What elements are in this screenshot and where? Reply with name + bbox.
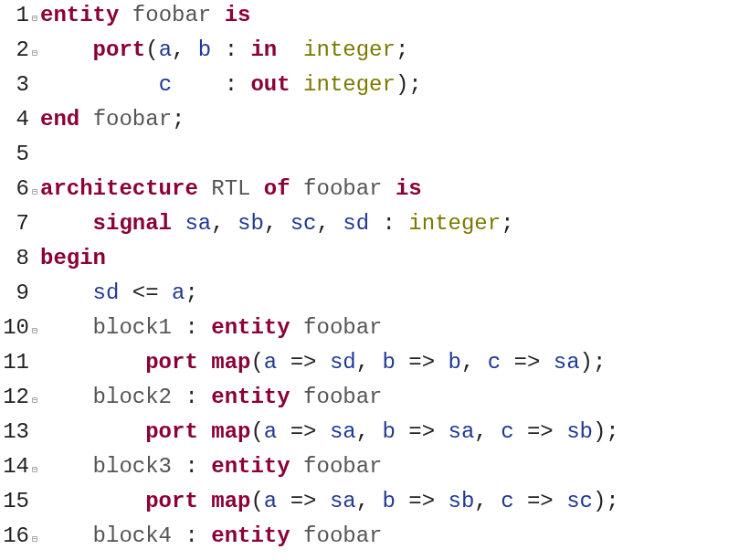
token: out [250,72,290,97]
token: a [172,280,185,305]
code-text: entity foobar is [40,0,250,31]
token [119,3,132,27]
token: block3 [93,454,172,479]
token: in [250,37,277,62]
fold-icon[interactable]: ⊟ [29,177,40,208]
token: foobar [303,385,382,409]
code-line: 12⊟ block2 : entity foobar [0,382,739,417]
line-number: 8 [0,243,29,274]
token: ( [250,350,263,375]
code-text: block1 : entity foobar [40,312,383,343]
code-text: port map(a => sa, b => sb, c => sc); [40,486,619,517]
token: , [474,419,501,444]
token: ; [185,280,197,305]
token: => [277,350,330,375]
fold-icon [29,143,40,174]
fold-icon[interactable]: ⊟ [29,455,40,486]
token: ); [593,489,619,513]
token: , [356,350,383,375]
token: foobar [132,3,211,27]
code-line: 5 [0,139,739,174]
token: sa [449,419,475,444]
token [172,211,185,236]
line-number: 9 [0,278,29,309]
token [198,419,211,444]
fold-icon[interactable]: ⊟ [29,316,40,347]
fold-icon[interactable]: ⊟ [29,386,40,417]
token: architecture [40,176,198,201]
line-number: 5 [0,139,29,170]
code-line: 8 begin [0,243,739,278]
token: foobar [303,176,382,201]
code-text: block3 : entity foobar [40,451,383,482]
token [40,72,159,97]
code-text: port map(a => sc, b => sc, c => c); [40,555,606,560]
token: , [356,419,383,444]
token: sa [185,211,211,236]
token: sc [566,489,593,513]
token: integer [303,37,396,62]
fold-icon [29,420,40,451]
token: port [145,489,198,513]
code-line: 11 port map(a => sd, b => b, c => sa); [0,347,739,382]
code-line: 1⊟entity foobar is [0,0,739,35]
token [211,3,224,27]
token: b [383,350,396,375]
token: integer [303,72,396,97]
fold-icon [29,281,40,312]
fold-icon[interactable]: ⊟ [29,524,40,555]
code-line: 17 port map(a => sc, b => sc, c => c); [0,555,739,560]
code-line: 4 end foobar; [0,104,739,139]
token: entity [211,523,290,548]
token: => [396,419,449,444]
token: a [159,37,172,62]
token: => [514,489,567,513]
line-number: 17 [0,555,29,560]
token: : [172,523,211,548]
token [277,37,303,62]
token: a [264,419,277,444]
token: sd [343,211,369,236]
token: c [159,72,172,97]
token: ( [250,419,263,444]
code-text: sd <= a; [40,278,198,309]
code-text: architecture RTL of foobar is [40,174,422,205]
token: ); [396,72,422,97]
token: a [264,489,277,513]
line-number: 2 [0,35,29,66]
token: sb [238,211,264,236]
token: => [514,419,567,444]
token: ); [580,350,607,375]
token [40,489,145,513]
code-text: end foobar; [40,104,185,135]
fold-icon[interactable]: ⊟ [29,4,40,35]
token: is [225,3,251,27]
token: => [396,489,449,513]
token: RTL [211,176,250,201]
token [40,419,145,444]
token: , [474,489,501,513]
fold-icon[interactable]: ⊟ [29,38,40,69]
code-line: 14⊟ block3 : entity foobar [0,451,739,486]
line-number: 10 [0,312,29,343]
token: sa [554,350,580,375]
line-number: 6 [0,174,29,205]
token: sa [330,419,356,444]
token: b [383,419,396,444]
token: , [264,211,290,236]
code-line: 7 signal sa, sb, sc, sd : integer; [0,208,739,243]
token [40,454,93,479]
token: integer [408,211,501,236]
token: => [501,350,554,375]
token: block2 [93,385,172,409]
token: : [172,72,250,97]
fold-icon [29,490,40,521]
token: , [211,211,238,236]
token: end [40,107,79,132]
token: c [501,419,513,444]
token [40,280,93,305]
code-line: 10⊟ block1 : entity foobar [0,312,739,347]
token [198,350,211,375]
token [290,315,303,340]
line-number: 4 [0,104,29,135]
